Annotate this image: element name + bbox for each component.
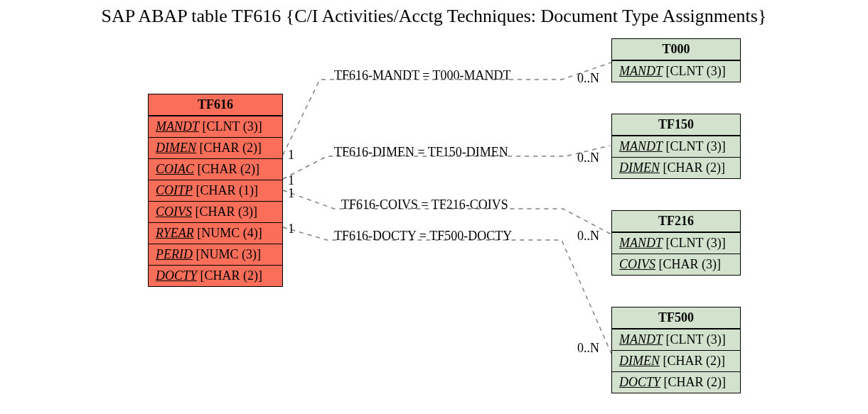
- table-row: MANDT [CLNT (3)]: [612, 232, 740, 254]
- table-header: TF616: [149, 94, 282, 116]
- table-row: DOCTY [CHAR (2)]: [612, 371, 740, 393]
- table-row: MANDT [CLNT (3)]: [149, 116, 282, 137]
- relation-label: TF616-DOCTY = TF500-DOCTY: [334, 229, 512, 244]
- table-t000: T000 MANDT [CLNT (3)]: [611, 38, 741, 82]
- table-row: COIVS [CHAR (3)]: [149, 201, 282, 222]
- table-tf216: TF216 MANDT [CLNT (3)] COIVS [CHAR (3)]: [611, 210, 741, 276]
- table-row: MANDT [CLNT (3)]: [612, 136, 740, 157]
- table-row: DIMEN [CHAR (2)]: [612, 157, 740, 178]
- cardinality-right: 0..N: [577, 341, 599, 356]
- table-row: COIAC [CHAR (2)]: [149, 158, 282, 180]
- table-row: DIMEN [CHAR (2)]: [612, 350, 740, 371]
- relation-label: TF616-DIMEN = TF150-DIMEN: [334, 145, 508, 160]
- table-row: DIMEN [CHAR (2)]: [149, 137, 282, 158]
- table-row: MANDT [CLNT (3)]: [612, 60, 740, 82]
- cardinality-right: 0..N: [577, 151, 599, 165]
- table-row: PERID [NUMC (3)]: [149, 244, 282, 265]
- table-header: TF150: [612, 114, 740, 136]
- relation-label: TF616-MANDT = T000-MANDT: [334, 68, 510, 83]
- table-row: COIVS [CHAR (3)]: [612, 254, 740, 275]
- table-tf150: TF150 MANDT [CLNT (3)] DIMEN [CHAR (2)]: [611, 114, 741, 179]
- page-title: SAP ABAP table TF616 {C/I Activities/Acc…: [0, 6, 868, 27]
- cardinality-left: 1: [288, 148, 294, 163]
- table-header: TF500: [612, 307, 740, 329]
- table-row: DOCTY [CHAR (2)]: [149, 265, 282, 286]
- cardinality-left: 1: [288, 222, 294, 236]
- table-tf616: TF616 MANDT [CLNT (3)] DIMEN [CHAR (2)] …: [148, 94, 283, 287]
- table-tf500: TF500 MANDT [CLNT (3)] DIMEN [CHAR (2)] …: [611, 307, 741, 393]
- table-row: COITP [CHAR (1)]: [149, 180, 282, 201]
- cardinality-left: 1: [288, 186, 294, 201]
- table-row: MANDT [CLNT (3)]: [612, 329, 740, 350]
- cardinality-right: 0..N: [577, 71, 599, 86]
- relation-label: TF616-COIVS = TF216-COIVS: [341, 197, 508, 212]
- cardinality-right: 0..N: [577, 229, 599, 244]
- table-header: T000: [612, 39, 740, 60]
- table-row: RYEAR [NUMC (4)]: [149, 222, 282, 244]
- table-header: TF216: [612, 211, 740, 232]
